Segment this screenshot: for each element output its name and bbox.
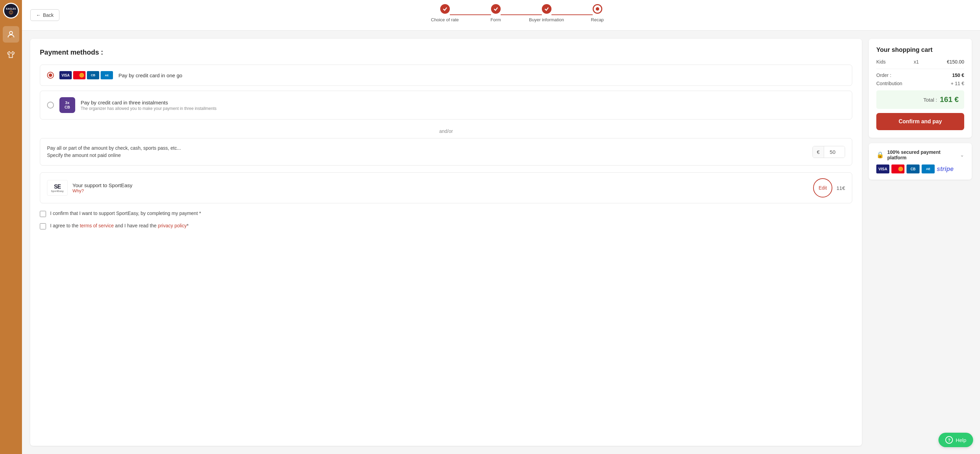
amount-input-wrap: € xyxy=(813,146,845,158)
partial-payment-section: Pay all or part of the amount by check, … xyxy=(40,138,852,166)
se-logo-subtext: SportEasy xyxy=(51,190,64,192)
sidebar: EAGLES xyxy=(0,0,22,454)
separator-andor: and/or xyxy=(40,124,852,138)
sidebar-shirt-icon[interactable] xyxy=(3,47,19,63)
cart-contrib-value: + 11 € xyxy=(951,81,964,86)
card-icons-row: VISA CB AE xyxy=(59,71,113,79)
cart-order-label: Order : xyxy=(876,72,891,78)
step4-circle xyxy=(593,4,602,14)
step3-circle xyxy=(542,4,552,14)
sporteasy-why-link[interactable]: Why? xyxy=(72,188,132,193)
checkbox-tos-label: I agree to the terms of service and I ha… xyxy=(50,223,189,229)
checkbox-sporteasy-row: I confirm that I want to support SportEa… xyxy=(40,210,852,217)
tos-mid: and I have read the xyxy=(114,223,158,228)
step2-circle xyxy=(491,4,501,14)
cart-total-box: Total : 161 € xyxy=(876,90,964,109)
sporteasy-left: SE SportEasy Your support to SportEasy W… xyxy=(47,180,132,196)
cart-total-label: Total : xyxy=(923,97,937,103)
checkbox-sporteasy-label: I confirm that I want to support SportEa… xyxy=(50,210,201,217)
credit-card-label: Pay by credit card in one go xyxy=(118,72,182,78)
help-button[interactable]: ? Help xyxy=(939,433,973,447)
partial-text: Pay all or part of the amount by check, … xyxy=(47,145,181,159)
step2-label: Form xyxy=(490,17,501,22)
edit-contribution-button[interactable]: Edit xyxy=(813,178,832,198)
help-question-icon: ? xyxy=(945,436,953,444)
installment-text: Pay by credit card in three instalments … xyxy=(81,100,217,111)
sidebar-user-icon[interactable] xyxy=(3,26,19,43)
main-panel: Payment methods : VISA CB AE Pay by cred… xyxy=(30,39,862,446)
cart-order-value: 150 € xyxy=(952,72,964,78)
connector-3 xyxy=(552,14,593,15)
secure-payment-box: 🔒 100% secured payment platform ⌄ VISA C… xyxy=(869,143,972,180)
sporteasy-info: Your support to SportEasy Why? xyxy=(72,182,132,193)
secure-mc-icon xyxy=(891,164,904,174)
radio-installments[interactable] xyxy=(47,102,54,108)
content-area: Payment methods : VISA CB AE Pay by cred… xyxy=(22,30,980,454)
partial-line1: Pay all or part of the amount by check, … xyxy=(47,145,181,152)
cart-order-row: Order : 150 € xyxy=(876,72,964,78)
secure-visa-icon: VISA xyxy=(876,164,889,174)
secure-header: 🔒 100% secured payment platform ⌄ xyxy=(876,150,964,160)
cart-box: Your shopping cart Kids x1 €150.00 Order… xyxy=(869,39,972,138)
se-logo-text: SE xyxy=(54,184,60,190)
tos-prefix: I agree to the xyxy=(50,223,80,228)
secure-ae-icon: AE xyxy=(922,164,935,174)
top-nav: ← Back Choice of rate Form xyxy=(22,0,980,30)
secure-cards: VISA CB AE stripe xyxy=(876,164,964,174)
main-wrapper: ← Back Choice of rate Form xyxy=(22,0,980,454)
secure-cb-icon: CB xyxy=(907,164,920,174)
sporteasy-title: Your support to SportEasy xyxy=(72,182,132,188)
sidebar-logo[interactable]: EAGLES xyxy=(3,3,19,19)
step-choice-of-rate: Choice of rate xyxy=(440,4,450,14)
cart-divider xyxy=(876,68,964,69)
step4-label: Recap xyxy=(591,17,604,22)
step-recap: Recap xyxy=(593,4,602,14)
privacy-policy-link[interactable]: privacy policy xyxy=(158,223,187,228)
payment-option-credit-card[interactable]: VISA CB AE Pay by credit card in one go xyxy=(40,65,852,86)
confirm-pay-button[interactable]: Confirm and pay xyxy=(876,113,964,130)
chevron-down-icon[interactable]: ⌄ xyxy=(960,152,964,158)
lock-icon: 🔒 xyxy=(876,151,884,159)
tos-suffix: * xyxy=(187,223,189,228)
checkbox-sporteasy[interactable] xyxy=(40,211,46,217)
payment-option-installments[interactable]: 3xCB Pay by credit card in three instalm… xyxy=(40,91,852,119)
partial-amount-input[interactable] xyxy=(824,146,845,158)
cart-item-name: Kids xyxy=(876,59,886,65)
help-label: Help xyxy=(956,437,966,443)
step-form: Form xyxy=(491,4,501,14)
cart-item-row: Kids x1 €150.00 xyxy=(876,59,964,65)
connector-2 xyxy=(501,14,542,15)
cb-icon: CB xyxy=(87,71,99,79)
mastercard-icon xyxy=(73,71,86,79)
stripe-icon: stripe xyxy=(937,166,954,173)
back-button[interactable]: ← Back xyxy=(30,9,59,21)
radio-credit-card[interactable] xyxy=(47,72,54,79)
progress-bar: Choice of rate Form Buyer information xyxy=(70,4,972,26)
step-buyer-info: Buyer information xyxy=(542,4,552,14)
cart-total-value: 161 € xyxy=(940,95,959,104)
svg-point-4 xyxy=(10,31,13,34)
cart-item-qty: x1 xyxy=(914,59,919,65)
step3-label: Buyer information xyxy=(529,17,564,22)
cart-contribution-row: Contribution + 11 € xyxy=(876,81,964,86)
checkbox-tos-row: I agree to the terms of service and I ha… xyxy=(40,223,852,229)
cart-contrib-label: Contribution xyxy=(876,81,902,86)
installment-badge: 3xCB xyxy=(59,97,75,113)
logo-text: EAGLES xyxy=(4,4,18,18)
euro-sign: € xyxy=(813,146,824,158)
back-chevron-icon: ← xyxy=(36,12,41,18)
svg-text:EAGLES: EAGLES xyxy=(6,8,16,10)
terms-of-service-link[interactable]: terms of service xyxy=(80,223,114,228)
amex-icon: AE xyxy=(100,71,113,79)
installment-main-text: Pay by credit card in three instalments xyxy=(81,100,217,105)
partial-line2: Specify the amount not paid online xyxy=(47,152,181,159)
step1-label: Choice of rate xyxy=(431,17,459,22)
cart-panel: Your shopping cart Kids x1 €150.00 Order… xyxy=(869,39,972,446)
checkbox-tos[interactable] xyxy=(40,223,46,229)
secure-text: 100% secured payment platform xyxy=(887,150,960,160)
connector-1 xyxy=(450,14,491,15)
back-label: Back xyxy=(43,12,54,18)
progress-steps: Choice of rate Form Buyer information xyxy=(440,4,602,26)
cart-item-price: €150.00 xyxy=(947,59,964,65)
sporteasy-right: Edit 11€ xyxy=(813,178,845,198)
